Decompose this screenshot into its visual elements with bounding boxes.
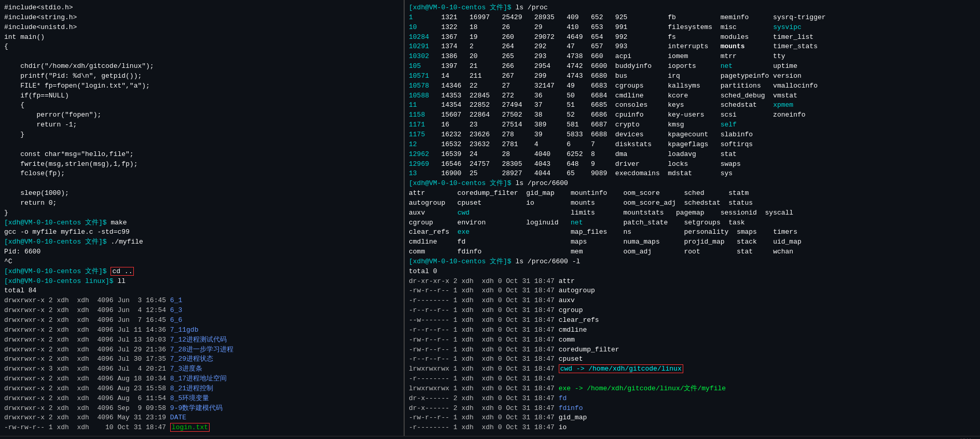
proc6600l-total: total 0	[409, 267, 976, 277]
ll-prompt: [xdh@VM-0-10-centos linux]$ ll	[4, 277, 399, 287]
proc6600-row-5: clear_refs exe map_files ns personality …	[409, 228, 976, 237]
proc-row-3: 10284 1367 19 260 29072 4649 654 992 fs …	[409, 33, 976, 43]
dir-6-6: drwxrwxr-x 2 xdh xdh 4096 Jun 7 16:45 6_…	[4, 316, 399, 325]
proc6600-row-6: cmdline fd maps numa_maps projid_map sta…	[409, 237, 976, 247]
code-line-15: fwrite(msg,strlen(msg),1,fp);	[4, 160, 399, 169]
code-blank-2	[4, 140, 399, 150]
proc-row-11: 1158 15607 22864 27502 38 52 6686 cpuinf…	[409, 110, 976, 120]
code-line-18: return 0;	[4, 199, 399, 208]
proc6600l-clear-refs: --w------- 1 xdh xdh 0 Oct 31 18:47 clea…	[409, 316, 976, 325]
proc6600l-autogroup: -rw-r--r-- 1 xdh xdh 0 Oct 31 18:47 auto…	[409, 286, 976, 296]
make-prompt: [xdh@VM-0-10-centos 文件]$ make	[4, 218, 399, 228]
dir-7-28: drwxrwxr-x 2 xdh xdh 4096 Jul 29 21:36 7…	[4, 345, 399, 355]
dir-7-3: drwxrwxr-x 3 xdh xdh 4096 Jul 4 20:21 7_…	[4, 364, 399, 374]
code-line-3: #include<unistd.h>	[4, 23, 399, 33]
total-line: total 84	[4, 286, 399, 296]
code-line-11: perror("fopen");	[4, 110, 399, 120]
dir-9-9: drwxrwxr-x 2 xdh xdh 4096 Sep 9 09:58 9-…	[4, 404, 399, 414]
dir-6-3: drwxrwxr-x 2 xdh xdh 4096 Jun 4 12:54 6_…	[4, 306, 399, 316]
proc-row-14: 12 16532 23632 2781 4 6 7 diskstats kpag…	[409, 140, 976, 150]
proc6600l-gid-map: -rw-r--r-- 1 xdh xdh 0 Oct 31 18:47 gid_…	[409, 413, 976, 423]
proc6600-row-3: auxv cwd limits mountstats pagemap sessi…	[409, 208, 976, 218]
code-line-13: }	[4, 130, 399, 140]
code-line-7: printf("Pid: %d\n", getpid());	[4, 72, 399, 81]
code-line-16: fclose(fp);	[4, 169, 399, 179]
file-login: -rw-rw-r-- 1 xdh xdh 10 Oct 31 18:47 log…	[4, 423, 399, 433]
dir-7-11gdb: drwxrwxr-x 2 xdh xdh 4096 Jul 11 14:36 7…	[4, 325, 399, 335]
code-line-4: int main()	[4, 33, 399, 43]
proc6600l-coredump: -rw-r--r-- 1 xdh xdh 0 Oct 31 18:47 core…	[409, 345, 976, 355]
code-line-10: {	[4, 101, 399, 110]
proc6600-row-7: comm fdinfo mem oom_adj root stat wchan	[409, 247, 976, 257]
dir-7-12: drwxrwxr-x 2 xdh xdh 4096 Jul 13 10:03 7…	[4, 335, 399, 345]
code-line-14: const char*msg="hello,file";	[4, 150, 399, 160]
code-line-17: sleep(1000);	[4, 189, 399, 199]
proc-row-10: 11 14354 22852 27494 37 51 6685 consoles…	[409, 101, 976, 110]
code-line-1: #include<stdio.h>	[4, 3, 399, 13]
code-line-12: return -1;	[4, 120, 399, 130]
proc-row-13: 1175 16232 23626 278 39 5833 6688 device…	[409, 130, 976, 140]
proc-row-9: 10588 14353 22845 272 36 50 6684 cmdline…	[409, 91, 976, 101]
code-line-6: chdir("/home/xdh/gitcode/linux");	[4, 62, 399, 72]
pid-output: Pid: 6600	[4, 247, 399, 257]
dir-date: drwxrwxr-x 2 xdh xdh 4096 May 31 23:19 D…	[4, 413, 399, 423]
proc6600l-exe: lrwxrwxrwx 1 xdh xdh 0 Oct 31 18:47 exe …	[409, 384, 976, 394]
proc-row-5: 10302 1386 20 265 293 4738 660 acpi iome…	[409, 52, 976, 62]
proc-row-6: 105 1397 21 266 2954 4742 6600 buddyinfo…	[409, 62, 976, 72]
proc6600l-auxv: -r-------- 1 xdh xdh 0 Oct 31 18:47 auxv	[409, 296, 976, 306]
dir-6-1: drwxrwxr-x 2 xdh xdh 4096 Jun 3 16:45 6_…	[4, 296, 399, 306]
left-terminal: #include<stdio.h> #include<string.h> #in…	[0, 0, 405, 436]
proc6600-row-4: cgroup environ loginuid net patch_state …	[409, 218, 976, 228]
proc-row-12: 1171 16 23 27514 389 581 6687 crypto kms…	[409, 120, 976, 130]
proc-row-7: 10571 14 211 267 299 4743 6680 bus irq p…	[409, 72, 976, 81]
dir-8-17: drwxrwxr-x 2 xdh xdh 4096 Aug 18 10:34 8…	[4, 374, 399, 384]
proc6600l-cgroup: -r--r--r-- 1 xdh xdh 0 Oct 31 18:47 cgro…	[409, 306, 976, 316]
proc6600l-attr: dr-xr-xr-x 2 xdh xdh 0 Oct 31 18:47 attr	[409, 277, 976, 287]
main-container: #include<stdio.h> #include<string.h> #in…	[0, 0, 980, 436]
proc6600l-prompt: [xdh@VM-0-10-centos 文件]$ ls /proc/6600 -…	[409, 257, 976, 267]
proc6600l-blank: -r-------- 1 xdh xdh 0 Oct 31 18:47	[409, 374, 976, 384]
proc6600-row-2: autogroup cpuset io mounts oom_score_adj…	[409, 199, 976, 208]
code-line-19: }	[4, 208, 399, 218]
code-line-5: {	[4, 42, 399, 52]
proc-row-16: 12969 16546 24757 28305 4043 648 9 drive…	[409, 160, 976, 169]
code-blank-1	[4, 52, 399, 62]
proc6600l-comm: -rw-r--r-- 1 xdh xdh 0 Oct 31 18:47 comm	[409, 335, 976, 345]
proc-row-4: 10291 1374 2 264 292 47 657 993 interrup…	[409, 42, 976, 52]
dir-8-5: drwxrwxr-x 2 xdh xdh 4096 Aug 6 11:54 8_…	[4, 394, 399, 404]
make-output: gcc -o myfile myfile.c -std=c99	[4, 228, 399, 237]
ctrl-c: ^C	[4, 257, 399, 267]
proc6600l-io: -r-------- 1 xdh xdh 0 Oct 31 18:47 io	[409, 423, 976, 433]
dir-7-29: drwxrwxr-x 2 xdh xdh 4096 Jul 30 17:35 7…	[4, 355, 399, 364]
proc6600l-cpuset: -r--r--r-- 1 xdh xdh 0 Oct 31 18:47 cpus…	[409, 355, 976, 364]
code-line-9: if(fp==NULL)	[4, 91, 399, 101]
proc-row-15: 12962 16539 24 28 4040 6252 8 dma loadav…	[409, 150, 976, 160]
cd-prompt: [xdh@VM-0-10-centos 文件]$ cd ..	[4, 267, 399, 277]
code-line-8: FILE* fp=fopen("login.txt","a");	[4, 81, 399, 91]
code-blank-3	[4, 179, 399, 189]
proc6600l-cwd: lrwxrwxrwx 1 xdh xdh 0 Oct 31 18:47 cwd …	[409, 364, 976, 374]
proc-row-8: 10578 14346 22 27 32147 49 6683 cgroups …	[409, 81, 976, 91]
right-terminal: [xdh@VM-0-10-centos 文件]$ ls /proc 1 1321…	[405, 0, 980, 436]
proc-row-2: 10 1322 18 26 29 410 653 991 filesystems…	[409, 23, 976, 33]
proc-row-17: 13 16900 25 28927 4044 65 9089 execdomai…	[409, 169, 976, 179]
proc6600-prompt: [xdh@VM-0-10-centos 文件]$ ls /proc/6600	[409, 179, 976, 189]
code-line-2: #include<string.h>	[4, 13, 399, 23]
dir-8-21: drwxrwxr-x 2 xdh xdh 4096 Aug 23 15:58 8…	[4, 384, 399, 394]
proc6600-row-1: attr coredump_filter gid_map mountinfo o…	[409, 189, 976, 199]
bottom-bar: CSDN @橘柚1	[0, 436, 980, 439]
proc6600l-cmdline: -r--r--r-- 1 xdh xdh 0 Oct 31 18:47 cmdl…	[409, 325, 976, 335]
proc-row-1: 1 1321 16997 25429 28935 409 652 925 fb …	[409, 13, 976, 23]
run-prompt: [xdh@VM-0-10-centos 文件]$ ./myfile	[4, 237, 399, 247]
proc-prompt: [xdh@VM-0-10-centos 文件]$ ls /proc	[409, 3, 976, 13]
proc6600l-fdinfo: dr-x------ 2 xdh xdh 0 Oct 31 18:47 fdin…	[409, 404, 976, 414]
proc6600l-fd: dr-x------ 2 xdh xdh 0 Oct 31 18:47 fd	[409, 394, 976, 404]
